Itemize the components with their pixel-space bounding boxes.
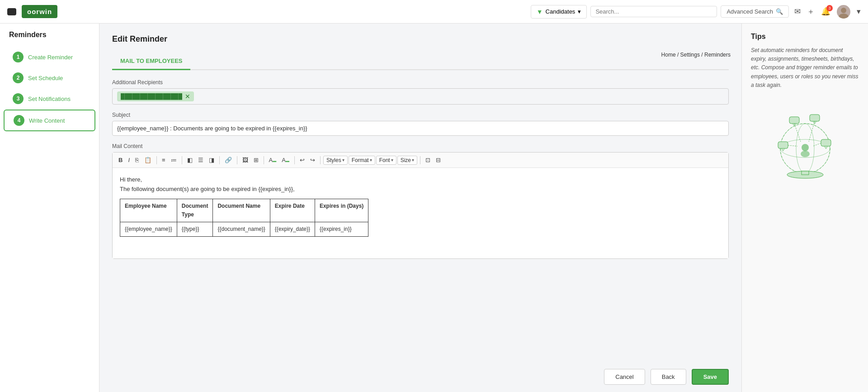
subject-input[interactable] [112,121,729,136]
editor-body[interactable]: Hi there, The following document(s) are … [113,168,728,258]
breadcrumb-home[interactable]: Home [661,52,676,58]
add-button[interactable]: ＋ [807,6,815,17]
cancel-button[interactable]: Cancel [604,369,645,385]
svg-rect-8 [810,115,820,121]
table-data-row: {{employee_name}} {{type}} {{document_na… [120,222,368,236]
format-label: Format [352,157,369,163]
advanced-search-label: Advanced Search [726,8,773,15]
additional-recipients-label: Additional Recipients [112,79,729,86]
unordered-list-button[interactable]: ≡ [160,155,168,165]
col-expire-date: Expire Date [270,199,315,222]
ordered-list-button[interactable]: ≔ [169,155,179,165]
editor-body-text: The following document(s) are going to b… [120,185,721,194]
cell-type: {{type}} [177,222,213,236]
paste-button[interactable]: 📋 [142,155,154,165]
separator-1 [156,156,157,164]
separator-3 [219,156,220,164]
separator-2 [182,156,182,164]
cell-expiry-date: {{expiry_date}} [270,222,315,236]
styles-label: Styles [326,157,341,163]
menu-button[interactable] [7,8,16,15]
search-bar [590,6,717,17]
candidates-label: Candidates [546,8,576,15]
action-bar: Cancel Back Save [99,362,741,392]
separator-7 [320,156,321,164]
font-color-button[interactable]: A▬ [267,155,279,165]
col-document-type: DocumentType [177,199,213,222]
format-arrow-icon: ▾ [370,158,372,163]
align-center-button[interactable]: ☰ [196,155,206,165]
align-right-button[interactable]: ◨ [207,155,217,165]
breadcrumb: Home / Settings / Reminders [661,52,731,58]
subject-group: Subject [112,112,729,136]
step-circle-3: 3 [13,93,24,104]
svg-point-16 [802,144,809,151]
editor-table: Employee Name DocumentType Document Name… [120,199,368,237]
step-label-4: Write Content [29,117,65,124]
notification-badge: 3 [826,5,833,11]
compose-button[interactable]: ✉ [794,7,801,16]
breadcrumb-settings[interactable]: Settings [680,52,700,58]
tips-title: Tips [751,33,859,41]
redo-button[interactable]: ↪ [308,155,317,165]
editor-toolbar: B I ⎘ 📋 ≡ ≔ ◧ ☰ ◨ 🔗 [113,153,728,168]
size-dropdown[interactable]: Size ▾ [397,156,417,165]
separator-4 [237,156,237,164]
save-button[interactable]: Save [692,369,729,385]
back-button[interactable]: Back [651,369,686,385]
styles-dropdown[interactable]: Styles ▾ [323,156,348,165]
notifications-button[interactable]: 🔔 3 [821,7,830,16]
svg-rect-6 [789,117,799,124]
bg-color-button[interactable]: A▬ [279,155,292,165]
italic-button[interactable]: I [126,155,132,165]
separator-5 [264,156,264,164]
separator-8 [420,156,420,164]
size-label: Size [401,157,411,163]
separator-6 [294,156,295,164]
svg-rect-15 [802,171,809,175]
source-button[interactable]: ⊡ [423,155,433,165]
recipient-tag: ████████████████ ✕ [117,91,194,101]
editor-greeting: Hi there, [120,175,721,185]
globe-svg [769,108,841,180]
main-content: Home / Settings / Reminders Edit Reminde… [99,24,868,392]
step-circle-4: 4 [14,115,24,126]
avatar[interactable] [837,5,850,19]
step-circle-1: 1 [13,52,24,62]
right-panel: Tips Set automatic reminders for documen… [741,24,868,392]
copy-button[interactable]: ⎘ [133,155,141,165]
editor-container: B I ⎘ 📋 ≡ ≔ ◧ ☰ ◨ 🔗 [112,152,729,259]
step-label-2: Set Schedule [28,75,63,81]
profile-dropdown-button[interactable]: ▾ [857,7,861,16]
link-button[interactable]: 🔗 [222,155,234,165]
advanced-search-button[interactable]: Advanced Search 🔍 [721,5,789,18]
align-left-button[interactable]: ◧ [185,155,195,165]
left-sidebar: Reminders 1 Create Reminder 2 Set Schedu… [0,24,99,392]
search-input[interactable] [595,8,695,15]
table-header-row: Employee Name DocumentType Document Name… [120,199,368,222]
svg-marker-11 [781,148,785,151]
search-icon: 🔍 [776,8,783,15]
tab-mail-to-employees[interactable]: MAIL TO EMPLOYEES [112,53,190,70]
size-arrow-icon: ▾ [412,158,414,163]
svg-rect-12 [821,139,831,146]
sidebar-step-3[interactable]: 3 Set Notifications [4,89,95,109]
undo-button[interactable]: ↩ [297,155,307,165]
preview-button[interactable]: ⊟ [434,155,443,165]
candidates-filter-button[interactable]: ▼ Candidates ▾ [531,5,587,19]
sidebar-step-1[interactable]: 1 Create Reminder [4,47,95,67]
recipients-input[interactable]: ████████████████ ✕ [112,88,729,105]
image-button[interactable]: 🖼 [240,155,250,165]
col-employee-name: Employee Name [120,199,177,222]
format-dropdown[interactable]: Format ▾ [349,156,375,165]
bold-button[interactable]: B [116,155,125,165]
sidebar-step-4[interactable]: 4 Write Content [4,110,95,131]
step-label-1: Create Reminder [28,54,73,61]
sidebar-step-2[interactable]: 2 Set Schedule [4,68,95,88]
tips-text: Set automatic reminders for document exp… [751,46,859,90]
table-button[interactable]: ⊞ [251,155,261,165]
remove-tag-button[interactable]: ✕ [185,93,190,100]
search-area: ▼ Candidates ▾ Advanced Search 🔍 [531,5,789,19]
font-dropdown[interactable]: Font ▾ [376,156,396,165]
tab-bar: MAIL TO EMPLOYEES [112,53,729,70]
